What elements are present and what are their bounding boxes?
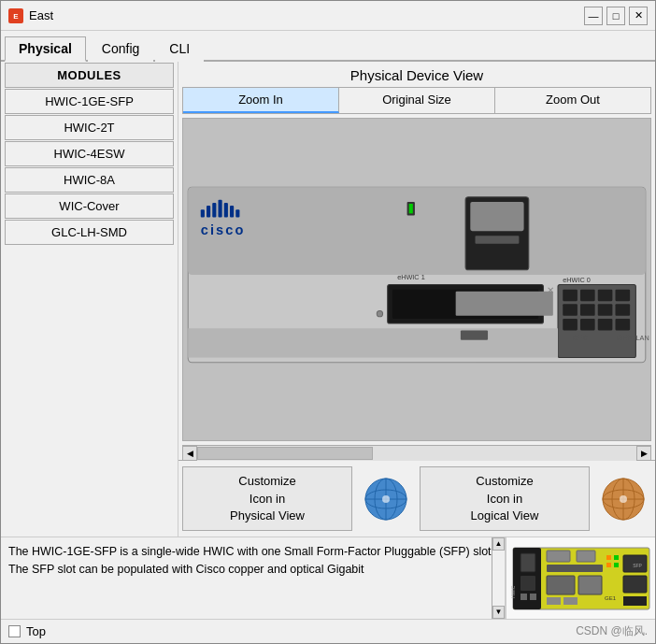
svg-rect-30: [580, 319, 595, 331]
svg-text:✕: ✕: [547, 285, 554, 295]
maximize-button[interactable]: □: [606, 7, 625, 25]
hwic-preview: HWIC GE1 SFP: [506, 537, 655, 619]
svg-rect-27: [598, 304, 613, 316]
svg-rect-16: [476, 236, 520, 243]
horizontal-scrollbar[interactable]: ◀ ▶: [182, 445, 651, 460]
svg-rect-21: [563, 290, 578, 302]
svg-rect-60: [547, 551, 570, 562]
svg-point-40: [377, 311, 382, 317]
list-item[interactable]: HWIC-1GE-SFP: [5, 89, 174, 114]
svg-rect-10: [235, 209, 239, 217]
svg-text:eHWIC 1: eHWIC 1: [397, 273, 425, 281]
svg-rect-15: [470, 202, 523, 231]
svg-rect-73: [614, 563, 619, 567]
svg-rect-59: [530, 594, 536, 600]
svg-rect-13: [409, 204, 413, 213]
tab-config[interactable]: Config: [88, 36, 153, 62]
list-item[interactable]: HWIC-2T: [5, 115, 174, 140]
svg-rect-65: [547, 597, 561, 605]
list-item[interactable]: WIC-Cover: [5, 193, 174, 219]
router-icon-physical: [358, 471, 414, 527]
customize-physical-line2: Icon in: [250, 492, 285, 506]
zoom-out-button[interactable]: Zoom Out: [495, 88, 650, 113]
svg-rect-70: [606, 555, 611, 560]
zoom-in-button[interactable]: Zoom In: [183, 88, 339, 113]
device-canvas: cisco eHWIC 1: [182, 118, 651, 441]
svg-rect-3: [188, 187, 646, 275]
customize-physical-button[interactable]: Customize Icon in Physical View: [182, 466, 352, 531]
svg-text:HWIC: HWIC: [511, 585, 516, 598]
desc-scroll-down[interactable]: ▼: [492, 606, 505, 619]
minimize-button[interactable]: —: [584, 7, 603, 25]
device-svg: cisco eHWIC 1: [183, 119, 650, 440]
scroll-track[interactable]: [197, 446, 636, 461]
customize-physical-line3: Physical View: [230, 508, 305, 522]
svg-point-47: [382, 495, 390, 503]
bottom-section: The HWIC-1GE-SFP is a single-wide HWIC w…: [1, 537, 655, 619]
svg-point-53: [620, 495, 627, 503]
right-panel: Physical Device View Zoom In Original Si…: [178, 62, 655, 537]
svg-rect-61: [577, 551, 595, 562]
svg-rect-68: [623, 576, 647, 593]
svg-rect-6: [212, 203, 216, 218]
customize-logical-line1: Customize: [476, 474, 533, 488]
svg-rect-56: [521, 553, 535, 572]
svg-rect-63: [547, 576, 575, 594]
window-controls: — □ ✕: [584, 7, 648, 25]
top-label: Top: [26, 624, 46, 638]
description-area: The HWIC-1GE-SFP is a single-wide HWIC w…: [1, 537, 506, 619]
tab-physical[interactable]: Physical: [5, 36, 86, 62]
svg-rect-29: [563, 319, 578, 331]
svg-rect-37: [188, 328, 558, 357]
description-scrollbar[interactable]: ▲ ▼: [492, 537, 505, 619]
top-checkbox[interactable]: [8, 625, 21, 637]
list-item[interactable]: GLC-LH-SMD: [5, 220, 174, 245]
scroll-right-button[interactable]: ▶: [636, 446, 651, 461]
close-button[interactable]: ✕: [629, 7, 648, 25]
customize-logical-button[interactable]: Customize Icon in Logical View: [420, 466, 590, 531]
svg-text:ISR/WLAN: ISR/WLAN: [617, 334, 649, 342]
modules-list: MODULES HWIC-1GE-SFP HWIC-2T HWIC-4ESW H…: [1, 62, 178, 537]
svg-text:cisco: cisco: [201, 222, 246, 237]
content-area: MODULES HWIC-1GE-SFP HWIC-2T HWIC-4ESW H…: [1, 62, 655, 537]
hwic-svg: HWIC GE1 SFP: [511, 546, 651, 611]
svg-text:GE1: GE1: [605, 595, 617, 601]
status-bar: Top CSDN @临风.: [1, 619, 655, 643]
scroll-left-button[interactable]: ◀: [182, 446, 197, 461]
scroll-thumb[interactable]: [197, 447, 373, 460]
window-title: East: [29, 8, 584, 22]
svg-rect-62: [547, 565, 603, 572]
customize-physical-line1: Customize: [238, 474, 295, 488]
left-panel: MODULES HWIC-1GE-SFP HWIC-2T HWIC-4ESW H…: [1, 62, 178, 537]
description-text: The HWIC-1GE-SFP is a single-wide HWIC w…: [8, 545, 494, 576]
list-item[interactable]: HWIC-8A: [5, 167, 174, 193]
svg-text:E: E: [13, 12, 19, 21]
svg-rect-69: [623, 596, 647, 606]
app-icon: E: [8, 8, 23, 23]
svg-rect-4: [201, 209, 205, 217]
device-view-title: Physical Device View: [178, 62, 655, 87]
desc-scroll-thumb[interactable]: [492, 551, 505, 606]
svg-rect-32: [616, 319, 631, 331]
zoom-bar: Zoom In Original Size Zoom Out: [182, 87, 651, 114]
tab-cli[interactable]: CLI: [155, 36, 204, 62]
desc-scroll-up[interactable]: ▲: [492, 537, 505, 551]
title-bar: E East — □ ✕: [1, 1, 655, 31]
status-credit: CSDN @临风.: [576, 623, 648, 639]
svg-rect-24: [616, 290, 631, 302]
svg-rect-7: [219, 200, 222, 218]
list-item[interactable]: HWIC-4ESW: [5, 141, 174, 166]
customize-logical-line2: Icon in: [487, 492, 522, 506]
router-icon-logical: [595, 471, 651, 527]
svg-rect-31: [598, 319, 613, 331]
checkbox-area: Top: [8, 624, 576, 638]
original-size-button[interactable]: Original Size: [339, 88, 495, 113]
svg-rect-22: [580, 290, 595, 302]
svg-text:CF 0: CF 0: [573, 334, 588, 342]
svg-rect-25: [563, 304, 578, 316]
svg-rect-66: [563, 597, 578, 605]
svg-rect-58: [521, 594, 527, 600]
svg-rect-5: [207, 206, 210, 218]
tabs-bar: Physical Config CLI: [1, 31, 655, 62]
customize-bar: Customize Icon in Physical View Customiz…: [178, 460, 655, 537]
